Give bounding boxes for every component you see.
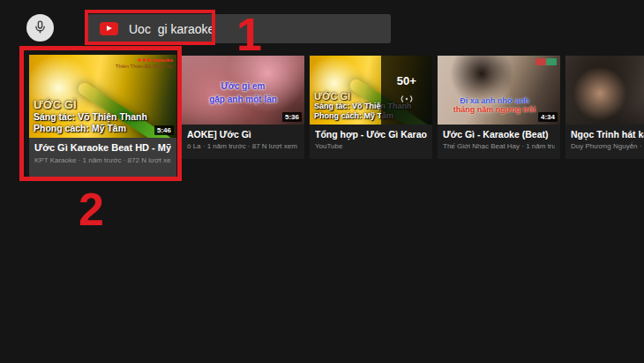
video-meta: KPT Karaoke · 1 năm trước · 872 N lượt x… — [34, 156, 171, 164]
video-title: Tổng hợp - Ước Gì Karaoke Beat HD - Mỹ..… — [315, 128, 427, 141]
caption-line: Sáng tác: Võ Thiện Thanh — [34, 111, 147, 123]
thumbnail-caption: Đi xa anh nhớ anh tháng năm ngưng trôi — [438, 96, 551, 114]
thumbnail-caption: ƯỚC GÌ Sáng tác: Võ Thiện Thanh Phong cá… — [34, 98, 147, 134]
playlist-icon — [401, 90, 413, 106]
playlist-count: 50+ — [397, 74, 416, 87]
youtube-tv-search-screen: Uoc gi karaoke ★★★ karaoke Thiên Thiên Đ… — [0, 0, 644, 363]
duration-badge: 5:46 — [154, 125, 174, 135]
annotation-number-2: 2 — [79, 186, 104, 232]
thumbnail-brand-text: ★★★ karaoke — [138, 57, 174, 63]
video-meta: Thế Giới Nhạc Beat Hay · 1 năm trước · 1… — [443, 142, 555, 150]
video-meta: Duy Phương Nguyễn · 1 năm trước — [571, 142, 644, 150]
caption-line: Phong cách: Mỹ Tâm — [34, 123, 147, 134]
voice-search-button[interactable] — [26, 14, 54, 42]
video-card-4[interactable]: Đi xa anh nhớ anh tháng năm ngưng trôi 4… — [438, 56, 560, 159]
video-card-2[interactable]: Ước gì em gặp anh một lần 5:36 AOKE] Ước… — [182, 56, 304, 159]
video-info-4: Ước Gì - Karaoke (Beat) Thế Giới Nhạc Be… — [438, 125, 560, 159]
playlist-overlay: 50+ — [381, 56, 432, 125]
video-info-3: Tổng hợp - Ước Gì Karaoke Beat HD - Mỹ..… — [310, 125, 432, 159]
youtube-play-icon — [100, 22, 118, 35]
caption-line: tháng năm ngưng trôi — [438, 105, 551, 114]
duration-badge: 4:34 — [538, 112, 558, 122]
search-query-text: Uoc gi karaoke — [129, 22, 214, 36]
video-thumbnail-5 — [565, 56, 644, 125]
video-thumbnail-1: ★★★ karaoke Thiên Thiên Độ Phục Vụ ƯỚC G… — [29, 55, 176, 138]
caption-line: ƯỚC GÌ — [34, 98, 147, 111]
duration-badge: 5:36 — [282, 112, 302, 122]
caption-line: gặp anh một lần — [182, 93, 304, 106]
video-thumbnail-3: ƯỚC GÌ Sáng tác: Võ Thiện Thanh Phong cá… — [310, 56, 432, 125]
video-meta: YouTube — [315, 142, 427, 150]
caption-line: Ước gì em — [182, 79, 304, 93]
video-card-1[interactable]: ★★★ karaoke Thiên Thiên Độ Phục Vụ ƯỚC G… — [29, 55, 176, 177]
video-title: Ngọc Trinh hát karaoke — [571, 128, 644, 141]
video-card-5[interactable]: Ngọc Trinh hát karaoke Duy Phương Nguyễn… — [565, 56, 644, 159]
caption-line: Đi xa anh nhớ anh — [438, 96, 551, 105]
video-title: Ước Gì - Karaoke (Beat) — [443, 128, 555, 141]
video-info-1: Ước Gì Karaoke Beat HD - Mỹ Tâm - KPT...… — [29, 138, 176, 177]
video-title: Ước Gì Karaoke Beat HD - Mỹ Tâm - KPT... — [34, 141, 171, 155]
thumbnail-credit-text: Thiên Thiên Độ Phục Vụ — [116, 64, 173, 69]
video-info-2: AOKE] Ước Gì ô La · 1 năm trước · 87 N l… — [182, 125, 304, 159]
thumbnail-caption: Ước gì em gặp anh một lần — [182, 79, 304, 106]
search-input[interactable]: Uoc gi karaoke — [88, 14, 391, 43]
video-thumbnail-2: Ước gì em gặp anh một lần 5:36 — [182, 56, 304, 125]
video-meta: ô La · 1 năm trước · 87 N lượt xem — [187, 142, 299, 150]
video-card-3[interactable]: ƯỚC GÌ Sáng tác: Võ Thiện Thanh Phong cá… — [310, 56, 432, 159]
video-info-5: Ngọc Trinh hát karaoke Duy Phương Nguyễn… — [565, 125, 644, 159]
video-thumbnail-4: Đi xa anh nhớ anh tháng năm ngưng trôi 4… — [438, 56, 560, 125]
microphone-icon — [33, 19, 48, 37]
video-title: AOKE] Ước Gì — [187, 128, 299, 141]
channel-watermark-icon — [535, 58, 557, 65]
